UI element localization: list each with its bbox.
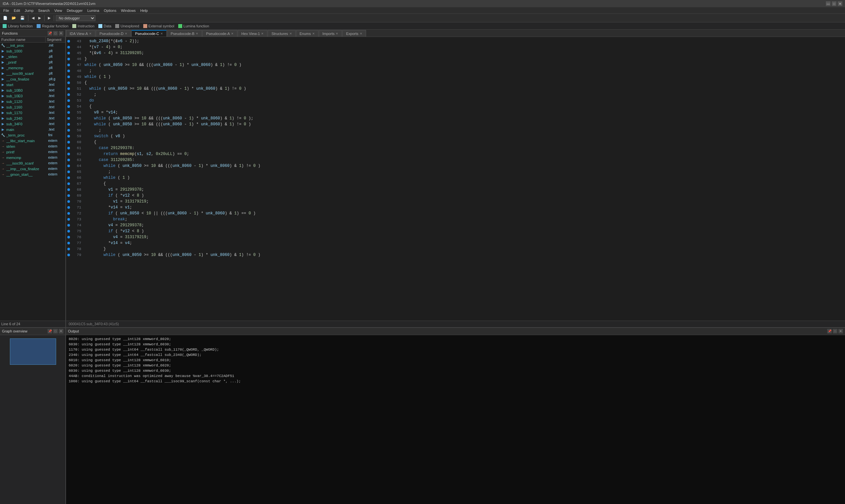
debugger-select[interactable]: No debugger [56, 15, 95, 21]
output-pin-button[interactable]: 📌 [827, 329, 832, 334]
tab-exports-close[interactable]: ✕ [360, 32, 363, 35]
func-row-sub1000[interactable]: ▶ sub_1000 .plt [0, 48, 65, 54]
menu-help[interactable]: Help [138, 8, 150, 13]
code-line-59[interactable]: 59 switch ( v8 ) [66, 133, 845, 139]
code-area[interactable]: 43 sub_2340(*(&v6 - 2)); 44 *(v7 - 4) = … [66, 37, 845, 321]
tab-pb-close[interactable]: ✕ [196, 32, 198, 35]
minimize-button[interactable]: — [826, 1, 830, 6]
menu-edit[interactable]: Edit [12, 8, 22, 13]
func-row-printf-ext[interactable]: → printf extern [0, 149, 65, 155]
func-row-1160[interactable]: ▶ sub_1160 .text [0, 104, 65, 110]
func-row-imp-cxa[interactable]: → __imp__cxa_finalize extern [0, 166, 65, 172]
code-line-60[interactable]: 60 { [66, 139, 845, 145]
code-line-51[interactable]: 51 while ( unk_8050 >= 10 && (((unk_8060… [66, 86, 845, 92]
menu-options[interactable]: Options [102, 8, 119, 13]
func-row-init-proc[interactable]: 🔧 __init_proc .init [0, 42, 65, 48]
tab-pseudocode-a[interactable]: Pseudocode-A ✕ [203, 30, 237, 37]
tab-pc-close[interactable]: ✕ [160, 32, 163, 35]
menu-search[interactable]: Search [36, 8, 52, 13]
forward-button[interactable]: ▶ [37, 15, 42, 21]
functions-float-button[interactable]: □ [53, 31, 58, 36]
tab-imports-close[interactable]: ✕ [336, 32, 338, 35]
code-line-56[interactable]: 56 while ( unk_8050 >= 10 && (((unk_8060… [66, 115, 845, 121]
code-line-79[interactable]: 79 while ( unk_8050 >= 10 && (((unk_8060… [66, 252, 845, 258]
code-line-52[interactable]: 52 ; [66, 92, 845, 97]
run-button[interactable]: ▶ [46, 15, 52, 21]
code-line-74[interactable]: 74 v4 = 291299378; [66, 222, 845, 228]
save-button[interactable]: 💾 [18, 15, 27, 21]
tab-hex-view-1[interactable]: Hex View-1 ✕ [237, 30, 267, 37]
code-line-73[interactable]: 73 break; [66, 216, 845, 222]
tab-ida-view-a[interactable]: IDA View-A ✕ [66, 30, 95, 37]
code-line-54[interactable]: 54 { [66, 104, 845, 109]
output-panel-controls[interactable]: 📌 □ ✕ [827, 329, 843, 334]
tab-pseudocode-d[interactable]: Pseudocode-D ✕ [96, 30, 131, 37]
tab-ida-close[interactable]: ✕ [89, 32, 92, 35]
tab-pd-close[interactable]: ✕ [125, 32, 127, 35]
code-line-75[interactable]: 75 if ( *v12 < 8 ) [66, 228, 845, 234]
code-line-65[interactable]: 65 ; [66, 169, 845, 175]
func-row-34f0[interactable]: ▶ sub_34F0 .text [0, 121, 65, 127]
func-row-gmon[interactable]: → __gmon_start__ extern [0, 172, 65, 177]
code-line-78[interactable]: 78 } [66, 246, 845, 252]
code-line-47[interactable]: 47 while ( unk_8050 >= 10 && (((unk_8060… [66, 62, 845, 68]
func-row-cxa[interactable]: ▶ __cxa_finalize .plt.g [0, 76, 65, 82]
code-line-44[interactable]: 44 *(v7 - 4) = 0; [66, 44, 845, 50]
graph-close-button[interactable]: ✕ [59, 329, 64, 334]
func-row-memcmp-ext[interactable]: → memcmp extern [0, 155, 65, 160]
func-row-memcmp[interactable]: ▶ _memcmp .plt [0, 65, 65, 71]
graph-pin-button[interactable]: 📌 [48, 329, 52, 334]
tab-struct-close[interactable]: ✕ [289, 32, 292, 35]
menu-view[interactable]: View [52, 8, 64, 13]
new-button[interactable]: 📄 [1, 15, 9, 21]
maximize-button[interactable]: □ [832, 1, 837, 6]
code-line-62[interactable]: 62 return memcmp(s1, s2, 0x20uLL) == 0; [66, 151, 845, 157]
functions-list[interactable]: 🔧 __init_proc .init ▶ sub_1000 .plt ▶ _s… [0, 42, 65, 321]
code-line-69[interactable]: 69 if ( *v12 < 8 ) [66, 193, 845, 199]
code-line-46[interactable]: 46 } [66, 56, 845, 62]
code-line-61[interactable]: 61 case 291299378: [66, 145, 845, 151]
tab-pa-close[interactable]: ✕ [231, 32, 234, 35]
code-line-68[interactable]: 68 v1 = 291299378; [66, 187, 845, 193]
code-line-77[interactable]: 77 *v14 = v4; [66, 240, 845, 246]
func-row-term[interactable]: 🔧 _term_proc fini [0, 132, 65, 138]
func-row-libc-start[interactable]: → __libc_start_main extern [0, 138, 65, 143]
code-line-63[interactable]: 63 case 311209285: [66, 157, 845, 163]
func-row-2340[interactable]: ▶ sub_2340 .text [0, 115, 65, 121]
functions-panel-controls[interactable]: 📌 □ ✕ [48, 31, 64, 36]
tab-exports[interactable]: Exports ✕ [342, 30, 366, 37]
tab-structures[interactable]: Structures ✕ [268, 30, 295, 37]
code-line-43[interactable]: 43 sub_2340(*(&v6 - 2)); [66, 38, 845, 44]
code-line-66[interactable]: 66 while ( 1 ) [66, 175, 845, 181]
func-row-scanf[interactable]: ▶ ___isoc99_scanf .plt [0, 71, 65, 76]
func-row-10b0[interactable]: ▶ sub_10B0 .text [0, 87, 65, 93]
output-close-button[interactable]: ✕ [839, 329, 843, 334]
func-row-1170[interactable]: ▶ sub_1170 .text [0, 110, 65, 115]
tab-pseudocode-b[interactable]: Pseudocode-B ✕ [167, 30, 202, 37]
menu-file[interactable]: File [1, 8, 11, 13]
func-row-main[interactable]: ▶ main .text [0, 127, 65, 132]
tab-enums[interactable]: Enums ✕ [296, 30, 318, 37]
func-row-strlen[interactable]: ▶ _strlen .plt [0, 54, 65, 59]
code-line-45[interactable]: 45 *(&v6 - 4) = 311209285; [66, 50, 845, 56]
functions-pin-button[interactable]: 📌 [48, 31, 52, 36]
code-line-57[interactable]: 57 while ( unk_8050 >= 10 && (((unk_8060… [66, 121, 845, 127]
code-line-49[interactable]: 49 while ( 1 ) [66, 74, 845, 80]
func-row-strlen-ext[interactable]: → strlen extern [0, 143, 65, 149]
func-row-printf[interactable]: ▶ _printf .plt [0, 59, 65, 65]
title-bar-controls[interactable]: — □ ✕ [826, 1, 842, 6]
code-line-64[interactable]: 64 while ( unk_8050 >= 10 && (((unk_8060… [66, 163, 845, 169]
graph-float-button[interactable]: □ [53, 329, 58, 334]
menu-lumina[interactable]: Lumina [85, 8, 101, 13]
menu-windows[interactable]: Windows [119, 8, 138, 13]
code-line-48[interactable]: 48 ; [66, 68, 845, 74]
back-button[interactable]: ◀ [30, 15, 36, 21]
menu-jump[interactable]: Jump [23, 8, 36, 13]
tab-imports[interactable]: Imports ✕ [319, 30, 342, 37]
code-line-58[interactable]: 58 ; [66, 127, 845, 133]
close-button[interactable]: ✕ [838, 1, 842, 6]
code-line-72[interactable]: 72 if ( unk_8050 < 10 || (((unk_8060 - 1… [66, 211, 845, 216]
output-max-button[interactable]: □ [833, 329, 838, 334]
menu-debugger[interactable]: Debugger [65, 8, 85, 13]
code-line-55[interactable]: 55 v8 = *v14; [66, 109, 845, 115]
